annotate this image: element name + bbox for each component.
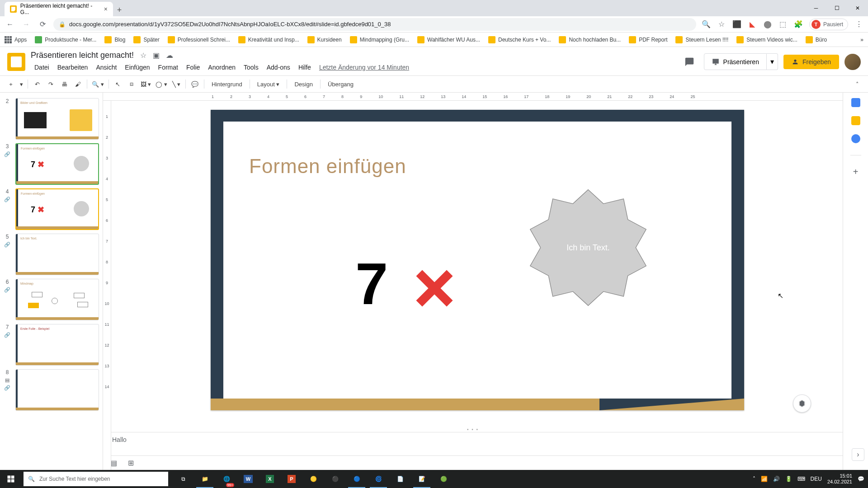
tray-volume-icon[interactable]: 🔊: [773, 476, 780, 482]
browser-tab[interactable]: Präsentieren leicht gemacht! - G... ×: [5, 2, 113, 16]
bookmark-spaeter[interactable]: Später: [133, 36, 159, 43]
move-document-icon[interactable]: ▣: [153, 51, 160, 60]
tray-clock[interactable]: 15:01 24.02.2021: [827, 473, 852, 485]
close-window-button[interactable]: ✕: [847, 0, 868, 16]
bookmark-wahlfaecher[interactable]: Wahlfächer WU Aus...: [417, 36, 480, 43]
keep-addon-icon[interactable]: [851, 116, 860, 125]
account-avatar[interactable]: [844, 54, 861, 70]
slide[interactable]: Formen einfügen 7 Ich bin Text.: [211, 110, 744, 410]
taskbar-search[interactable]: 🔍 Zur Suche Text hier eingeben: [24, 472, 168, 486]
bookmark-kursideen[interactable]: Kursideen: [307, 36, 342, 43]
image-tool[interactable]: 🖼 ▾: [139, 78, 153, 90]
line-tool[interactable]: ╲ ▾: [170, 78, 183, 90]
menu-addons[interactable]: Add-ons: [263, 62, 294, 73]
hide-side-panel-button[interactable]: ›: [852, 448, 864, 461]
forward-button[interactable]: →: [21, 19, 32, 30]
close-tab-icon[interactable]: ×: [104, 5, 108, 13]
comment-tool[interactable]: 💬: [189, 78, 201, 90]
apps-button[interactable]: Apps: [5, 36, 27, 43]
word-taskbar-icon[interactable]: W: [238, 470, 259, 488]
slide-thumbnail-5[interactable]: Ich bin Text.: [15, 234, 99, 275]
powerpoint-taskbar-icon[interactable]: P: [281, 470, 302, 488]
background-button[interactable]: Hintergrund: [207, 81, 247, 88]
filmstrip-view-button[interactable]: ▤: [110, 459, 117, 467]
slide-thumbnail-3[interactable]: Formen einfügen 7 ✖: [15, 143, 99, 185]
bookmark-pdf-report[interactable]: PDF Report: [629, 36, 667, 43]
comments-button[interactable]: [680, 53, 698, 71]
seven-text[interactable]: 7: [355, 250, 388, 318]
select-tool[interactable]: ↖: [112, 78, 124, 90]
menu-tools[interactable]: Tools: [240, 62, 262, 73]
menu-hilfe[interactable]: Hilfe: [295, 62, 315, 73]
slide-title-text[interactable]: Formen einfügen: [249, 155, 406, 178]
menu-anordnen[interactable]: Anordnen: [204, 62, 239, 73]
transition-button[interactable]: Übergang: [323, 81, 358, 88]
textbox-tool[interactable]: ⧈: [125, 78, 138, 90]
start-button[interactable]: [0, 470, 22, 488]
new-slide-dropdown[interactable]: ▾: [18, 78, 25, 90]
profile-button[interactable]: T Pausiert: [809, 19, 848, 30]
last-edit-link[interactable]: Letzte Änderung vor 14 Minuten: [316, 62, 413, 73]
speaker-notes[interactable]: Hallo: [103, 432, 843, 455]
bookmark-steuern-videos[interactable]: Steuern Videos wic...: [736, 36, 797, 43]
bookmark-blog[interactable]: Blog: [104, 36, 125, 43]
bookmark-mindmapping[interactable]: Mindmapping (Gru...: [350, 36, 409, 43]
obs-taskbar-icon[interactable]: ⚫: [325, 470, 345, 488]
present-button[interactable]: Präsentieren: [704, 53, 767, 70]
menu-datei[interactable]: Datei: [31, 62, 53, 73]
extension-icon-2[interactable]: ◣: [748, 20, 757, 29]
slides-logo[interactable]: [7, 53, 25, 71]
chrome-taskbar-icon[interactable]: 🔵: [346, 470, 367, 488]
paint-format-button[interactable]: 🖌: [71, 78, 84, 90]
tray-keyboard-icon[interactable]: ⌨: [797, 476, 805, 482]
minimize-button[interactable]: ─: [806, 0, 826, 16]
shape-tool[interactable]: ◯ ▾: [154, 78, 169, 90]
spotify-taskbar-icon[interactable]: 🟢: [433, 470, 454, 488]
extension-icon-1[interactable]: ⬛: [732, 20, 741, 29]
share-button[interactable]: Freigeben: [783, 55, 839, 69]
present-dropdown[interactable]: ▾: [767, 53, 778, 70]
newedge-taskbar-icon[interactable]: 🌀: [368, 470, 389, 488]
back-button[interactable]: ←: [5, 19, 15, 30]
tasks-addon-icon[interactable]: [851, 134, 860, 143]
tray-notifications-icon[interactable]: 💬: [858, 476, 864, 482]
menu-ansicht[interactable]: Ansicht: [92, 62, 120, 73]
slide-thumbnail-4[interactable]: Formen einfügen 7 ✖: [15, 188, 99, 230]
maximize-button[interactable]: ☐: [826, 0, 847, 16]
undo-button[interactable]: ↶: [31, 78, 43, 90]
slide-thumbnail-6[interactable]: Mindmap: [15, 279, 99, 320]
zoom-icon[interactable]: 🔍: [702, 20, 711, 29]
menu-einfuegen[interactable]: Einfügen: [121, 62, 153, 73]
bookmark-deutsche-kurs[interactable]: Deutsche Kurs + Vo...: [488, 36, 551, 43]
bookmark-kreativitaet[interactable]: Kreativität und Insp...: [238, 36, 299, 43]
excel-taskbar-icon[interactable]: X: [259, 470, 280, 488]
filmstrip[interactable]: 2 Bilder und Grafiken 3🔗 Formen einfügen…: [0, 93, 103, 470]
menu-bearbeiten[interactable]: Bearbeiten: [54, 62, 92, 73]
menu-folie[interactable]: Folie: [183, 62, 203, 73]
slide-thumbnail-8[interactable]: [15, 369, 99, 411]
tray-battery-icon[interactable]: 🔋: [785, 476, 792, 482]
redo-button[interactable]: ↷: [44, 78, 57, 90]
bookmarks-overflow[interactable]: »: [860, 37, 863, 43]
slide-thumbnail-2[interactable]: Bilder und Grafiken: [15, 98, 99, 140]
print-button[interactable]: 🖶: [58, 78, 71, 90]
edge-taskbar-icon[interactable]: 🌐99+: [216, 470, 237, 488]
star-icon[interactable]: ☆: [717, 20, 726, 29]
explorer-taskbar-icon[interactable]: 📁: [194, 470, 215, 488]
slide-thumbnail-7[interactable]: Erste Folie - Beispiel: [15, 324, 99, 366]
slide-canvas[interactable]: Formen einfügen 7 Ich bin Text.: [103, 101, 843, 432]
layout-button[interactable]: Layout ▾: [253, 81, 284, 88]
explore-button[interactable]: [793, 394, 811, 413]
new-slide-button[interactable]: +: [5, 78, 17, 90]
extensions-button[interactable]: 🧩: [794, 20, 803, 29]
cloud-status-icon[interactable]: ☁: [166, 51, 173, 60]
document-title[interactable]: Präsentieren leicht gemacht!: [31, 51, 134, 60]
collapse-toolbar-button[interactable]: ˄: [851, 78, 863, 90]
url-input[interactable]: 🔒 docs.google.com/presentation/d/1yV372S…: [53, 18, 696, 31]
app-taskbar-icon-1[interactable]: 🟡: [303, 470, 324, 488]
grid-view-button[interactable]: ⊞: [128, 459, 134, 467]
app-taskbar-icon-2[interactable]: 📄: [390, 470, 410, 488]
star-document-icon[interactable]: ☆: [140, 51, 146, 60]
tray-chevron-icon[interactable]: ˄: [753, 476, 755, 482]
add-addon-button[interactable]: +: [851, 167, 860, 176]
